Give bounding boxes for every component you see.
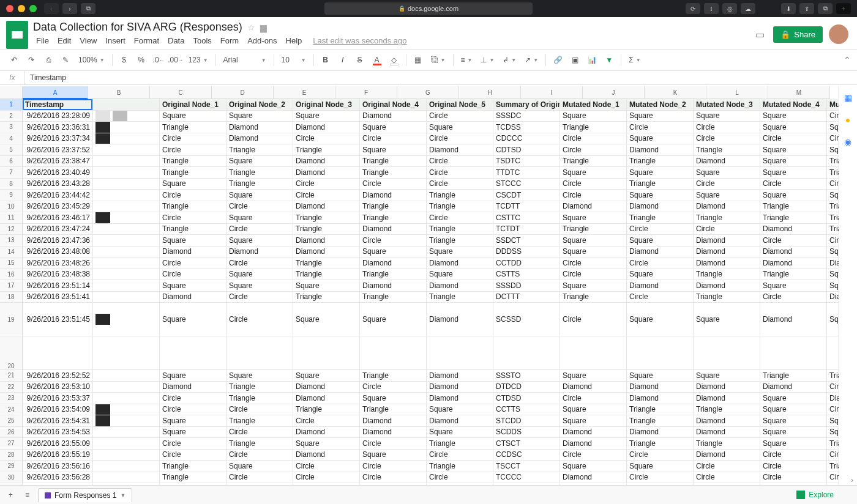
text-wrap-icon[interactable]: ↲▼ — [499, 56, 520, 64]
menu-view[interactable]: View — [77, 35, 100, 46]
chart-icon[interactable]: 📊 — [584, 52, 600, 68]
v-align-icon[interactable]: ⊥▼ — [477, 56, 498, 64]
address-bar[interactable]: 🔒 docs.google.com — [324, 2, 533, 15]
formula-value[interactable]: Timestamp — [25, 73, 71, 82]
h-align-icon[interactable]: ≡▼ — [457, 56, 476, 64]
merge-cells-icon[interactable]: ⿻▼ — [427, 56, 449, 64]
print-icon[interactable]: ⎙ — [40, 52, 56, 68]
url-text: docs.google.com — [408, 5, 458, 12]
undo-icon[interactable]: ↶ — [6, 52, 22, 68]
filter-icon[interactable]: ▼ — [601, 52, 617, 68]
link-icon[interactable]: 🔗 — [550, 52, 566, 68]
avatar[interactable] — [829, 24, 848, 44]
menu-tools[interactable]: Tools — [190, 35, 214, 46]
redo-icon[interactable]: ↷ — [23, 52, 39, 68]
comments-icon[interactable]: ▭ — [752, 27, 767, 42]
menu-form[interactable]: Form — [217, 35, 242, 46]
increase-decimal-icon[interactable]: .00→ — [168, 52, 184, 68]
font-select[interactable]: Arial▼ — [220, 56, 270, 64]
window-controls — [6, 5, 37, 12]
italic-icon[interactable]: I — [335, 52, 351, 68]
ext1-button[interactable]: I — [704, 3, 719, 14]
fx-icon: fx — [0, 71, 25, 84]
ext3-button[interactable]: ☁ — [741, 3, 755, 14]
share-label: Share — [794, 30, 815, 39]
reload-button[interactable]: ⟳ — [686, 3, 700, 14]
more-formats-button[interactable]: 123▼ — [185, 56, 212, 64]
menu-format[interactable]: Format — [131, 35, 162, 46]
menu-bar: File Edit View Insert Format Data Tools … — [33, 35, 410, 46]
collapse-toolbar-icon[interactable]: ⌃ — [844, 55, 851, 65]
formula-bar: fx Timestamp — [0, 71, 857, 85]
tabs-button[interactable]: ⧉ — [818, 3, 833, 14]
back-button[interactable]: ‹ — [44, 3, 59, 14]
decrease-decimal-icon[interactable]: .0← — [151, 52, 167, 68]
close-window-icon[interactable] — [6, 5, 13, 12]
borders-icon[interactable]: ▦ — [410, 52, 426, 68]
menu-edit[interactable]: Edit — [54, 35, 74, 46]
maximize-window-icon[interactable] — [29, 5, 37, 12]
lock-icon: 🔒 — [399, 6, 405, 12]
sidebar-button[interactable]: ⧉ — [81, 3, 95, 14]
sheets-logo-icon[interactable] — [6, 21, 28, 49]
folder-icon[interactable]: ▆ — [260, 23, 267, 32]
download-button[interactable]: ⬇ — [781, 3, 796, 14]
percent-icon[interactable]: % — [133, 52, 149, 68]
comment-icon[interactable]: ▣ — [567, 52, 583, 68]
strikethrough-icon[interactable]: S — [352, 52, 368, 68]
menu-addons[interactable]: Add-ons — [244, 35, 280, 46]
bold-icon[interactable]: B — [318, 52, 334, 68]
toolbar: ↶ ↷ ⎙ ✎ 100%▼ $ % .0← .00→ 123▼ Arial▼ 1… — [0, 49, 857, 71]
currency-icon[interactable]: $ — [116, 52, 132, 68]
fill-color-icon[interactable]: ◇ — [386, 52, 402, 68]
ext2-button[interactable]: ◎ — [722, 3, 737, 14]
star-icon[interactable]: ☆ — [247, 23, 255, 32]
nav-buttons: ‹ › ⧉ — [44, 3, 95, 14]
forward-button[interactable]: › — [62, 3, 77, 14]
paint-format-icon[interactable]: ✎ — [58, 52, 73, 68]
functions-icon[interactable]: Σ▼ — [625, 56, 644, 64]
font-size-select[interactable]: 10▼ — [278, 56, 310, 64]
new-tab-button[interactable]: + — [836, 3, 851, 14]
menu-file[interactable]: File — [33, 35, 52, 46]
text-rotate-icon[interactable]: ↗▼ — [521, 56, 542, 64]
zoom-select[interactable]: 100%▼ — [75, 56, 108, 64]
share-button[interactable]: 🔒 Share — [773, 26, 823, 43]
minimize-window-icon[interactable] — [18, 5, 25, 12]
menu-insert[interactable]: Insert — [102, 35, 129, 46]
text-color-icon[interactable]: A — [369, 52, 385, 68]
menu-data[interactable]: Data — [165, 35, 187, 46]
browser-chrome: ‹ › ⧉ 🔒 docs.google.com ⟳ I ◎ ☁ ⬇ ⇧ ⧉ + — [0, 0, 857, 17]
app-header: Data Collection for SIVA ARG (Responses)… — [0, 17, 857, 49]
share-os-button[interactable]: ⇧ — [799, 3, 814, 14]
menu-help[interactable]: Help — [283, 35, 305, 46]
lock-icon: 🔒 — [780, 30, 790, 39]
doc-title[interactable]: Data Collection for SIVA ARG (Responses) — [33, 21, 242, 34]
last-edit-label[interactable]: Last edit was seconds ago — [310, 35, 410, 46]
